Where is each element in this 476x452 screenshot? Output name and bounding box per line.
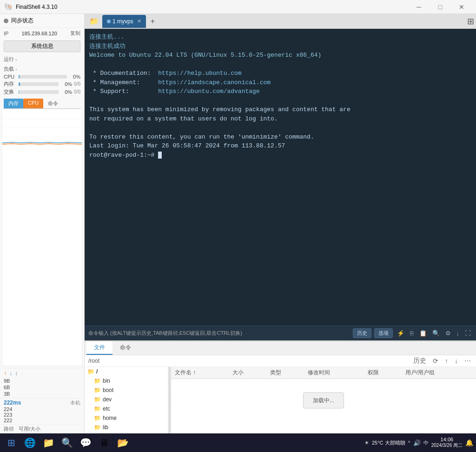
- settings-icon[interactable]: ⚙: [444, 329, 452, 338]
- time-display: 14:06: [431, 437, 463, 442]
- grid-view-icon[interactable]: ⊞: [467, 16, 474, 27]
- tree-dev-label: dev: [103, 396, 112, 403]
- tree-bin-label: bin: [103, 378, 110, 384]
- term-line-1: 连接主机...: [89, 33, 471, 42]
- file-more-icon[interactable]: ⋯: [463, 357, 472, 365]
- browser-button[interactable]: 🌐: [21, 435, 38, 451]
- term-line-3: Welcome to Ubuntu 22.04 LTS (GNU/Linux 5…: [89, 51, 471, 60]
- folder-bin-icon: 📁: [94, 378, 101, 384]
- tree-etc-label: etc: [103, 405, 110, 412]
- taskbar-volume-icon[interactable]: 🔊: [413, 439, 421, 446]
- swap-ratio: 0/0: [74, 89, 80, 94]
- both-arrow-icon: ↕: [15, 370, 18, 377]
- col-type[interactable]: 类型: [266, 367, 304, 379]
- ping-ms-value: 222ms: [4, 399, 21, 406]
- tree-item-etc[interactable]: 📁 etc: [85, 404, 168, 413]
- taskbar-ime-indicator[interactable]: 中: [423, 439, 429, 446]
- taskbar-tray-chevron[interactable]: ^: [408, 440, 410, 445]
- search-taskbar-button[interactable]: 🔍: [59, 435, 75, 451]
- net-6b: 6B: [4, 384, 80, 391]
- download-icon[interactable]: ↓: [455, 329, 461, 338]
- file-path-label: /root: [88, 358, 408, 364]
- col-filename[interactable]: 文件名 ↑: [171, 367, 229, 379]
- tab-close-button[interactable]: ✕: [137, 18, 141, 24]
- tree-item-boot[interactable]: 📁 boot: [85, 386, 168, 395]
- terminal-output[interactable]: 连接主机... 连接主机成功 Welcome to Ubuntu 22.04 L…: [85, 29, 476, 326]
- term-line-9: This system has been minimized by removi…: [89, 105, 471, 114]
- monitor-tabs: 内存 CPU 命令: [4, 99, 80, 109]
- swap-label: 交换: [4, 88, 17, 95]
- date-display: 2024/3/26 周二: [431, 442, 463, 449]
- folder-etc-icon: 📁: [94, 405, 101, 412]
- file-table: 文件名 ↑ 大小 类型 修改时间 权限 用户/用户组: [171, 367, 476, 379]
- tree-item-home[interactable]: 📁 home: [85, 413, 168, 423]
- app-title: FinalShell 4.3.10: [16, 4, 57, 10]
- term-line-8: [89, 96, 471, 106]
- minimize-button[interactable]: ─: [408, 0, 430, 14]
- tree-item-dev[interactable]: 📁 dev: [85, 395, 168, 404]
- file-table-header-row: 文件名 ↑ 大小 类型 修改时间 权限 用户/用户组: [171, 367, 476, 379]
- add-tab-button[interactable]: +: [147, 15, 159, 27]
- taskbar-notification-icon[interactable]: 🔔: [465, 439, 473, 446]
- col-modified[interactable]: 修改时间: [304, 367, 364, 379]
- close-button[interactable]: ✕: [451, 0, 472, 14]
- clipboard-icon[interactable]: 📋: [418, 329, 428, 338]
- lightning-icon[interactable]: ⚡: [396, 329, 406, 338]
- ip-value: 185.239.68.120: [21, 31, 57, 36]
- file-history-button[interactable]: 历史: [412, 357, 428, 365]
- wechat-button[interactable]: 💬: [77, 435, 94, 451]
- folder-lib-icon: 📁: [94, 424, 101, 431]
- options-button[interactable]: 选项: [374, 328, 393, 338]
- sidebar: 同步状态 IP 185.239.68.120 复制 系统信息 运行 - 负载 -…: [0, 14, 85, 433]
- file-upload-icon[interactable]: ↑: [443, 357, 450, 365]
- search-icon[interactable]: 🔍: [431, 329, 441, 338]
- term-line-5: * Documentation: https://help.ubuntu.com: [89, 69, 471, 78]
- file-tab[interactable]: 文件: [86, 341, 112, 355]
- explorer-button[interactable]: 📂: [114, 435, 131, 451]
- file-refresh-icon[interactable]: ⟳: [431, 357, 440, 365]
- tree-item-lib[interactable]: 📁 lib: [85, 423, 168, 432]
- content-area: 📁 1 myvps ✕ + ⊞ 连接主机... 连接主机成功 Welcome t…: [85, 14, 476, 433]
- bottom-tab-bar: 文件 命令: [85, 341, 476, 355]
- terminal-tab[interactable]: 1 myvps ✕: [102, 15, 146, 28]
- cpu-stat-row: CPU 0%: [0, 73, 84, 80]
- col-owner[interactable]: 用户/用户组: [402, 367, 476, 379]
- ping-section: 222ms 本机 224 223 222: [0, 398, 84, 424]
- tree-item-bin[interactable]: 📁 bin: [85, 376, 168, 386]
- term-line-6: * Management: https://landscape.canonica…: [89, 78, 471, 87]
- swap-bar-container: [19, 90, 59, 94]
- col-size[interactable]: 大小: [229, 367, 266, 379]
- term-line-11: [89, 123, 471, 133]
- start-button[interactable]: ⊞: [3, 435, 20, 451]
- folder-nav-icon[interactable]: 📁: [86, 15, 101, 27]
- folder-root-icon: 📁: [87, 368, 94, 375]
- maximize-button[interactable]: □: [430, 0, 451, 14]
- history-button[interactable]: 历史: [353, 328, 371, 338]
- copy-icon[interactable]: ⎘: [409, 329, 415, 338]
- cpu-label: CPU: [4, 74, 17, 80]
- mem-stat-row: 内存 0% 0/0: [0, 80, 84, 88]
- monitor-tab-cmd[interactable]: 命令: [43, 99, 63, 108]
- disk-section: 路径 可用/大小: [0, 424, 84, 433]
- file-table-area: 文件名 ↑ 大小 类型 修改时间 权限 用户/用户组: [171, 367, 476, 433]
- tree-root-item[interactable]: 📁 /: [85, 367, 168, 376]
- disk-size-header: 可用/大小: [19, 425, 40, 432]
- finalshell-taskbar-button[interactable]: 🖥: [96, 435, 112, 451]
- fullscreen-icon[interactable]: ⛶: [463, 329, 472, 338]
- col-perms[interactable]: 权限: [364, 367, 402, 379]
- mem-ratio: 0/0: [74, 81, 80, 86]
- running-label: 运行 -: [0, 54, 84, 64]
- net-9b: 9B: [4, 378, 80, 384]
- copy-ip-button[interactable]: 复制: [70, 30, 80, 37]
- sync-status-row: 同步状态: [0, 14, 84, 28]
- cmd-tab[interactable]: 命令: [112, 341, 139, 355]
- sys-info-button[interactable]: 系统信息: [4, 40, 80, 52]
- folder-button[interactable]: 📁: [40, 435, 57, 451]
- loading-overlay: 加载中...: [303, 392, 344, 408]
- file-download-icon[interactable]: ↓: [453, 357, 459, 365]
- mem-bar: [19, 82, 20, 86]
- monitor-tab-mem[interactable]: 内存: [4, 99, 23, 108]
- sync-status-label: 同步状态: [11, 17, 33, 25]
- cpu-pct: 0%: [69, 74, 80, 80]
- monitor-tab-cpu[interactable]: CPU: [23, 99, 43, 108]
